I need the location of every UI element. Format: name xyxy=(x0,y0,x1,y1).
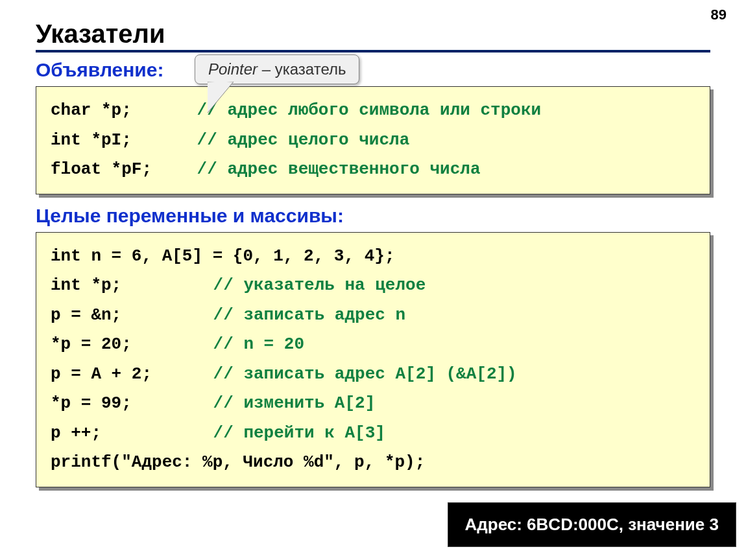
subtitle-declaration: Объявление: xyxy=(36,59,710,81)
code-text: p = A + 2; xyxy=(51,360,203,390)
code-line: p = A + 2; // записать адрес A[2] (&A[2]… xyxy=(51,360,695,390)
slide-content: Указатели Pointer – указатель Объявление… xyxy=(0,0,746,487)
code-comment: // изменить A[2] xyxy=(213,393,376,413)
code-line: float *pF; // адрес вещественного числа xyxy=(51,155,695,185)
code-block-declaration: char *p; // адрес любого символа или стр… xyxy=(36,86,710,194)
code-line: p ++; // перейти к A[3] xyxy=(51,419,695,449)
code-comment: // перейти к A[3] xyxy=(213,423,385,443)
callout-tooltip: Pointer – указатель xyxy=(195,54,359,84)
code-text: p ++; xyxy=(51,419,203,449)
code-line: p = &n; // записать адрес n xyxy=(51,301,695,331)
code-line: int *p; // указатель на целое xyxy=(51,271,695,301)
code-comment: // записать адрес A[2] (&A[2]) xyxy=(213,364,517,384)
code-block-arrays: int n = 6, A[5] = {0, 1, 2, 3, 4}; int *… xyxy=(36,232,710,487)
code-comment: // n = 20 xyxy=(213,334,304,354)
code-comment: // адрес целого числа xyxy=(197,130,410,150)
code-text: int *p; xyxy=(51,271,203,301)
code-line: *p = 99; // изменить A[2] xyxy=(51,389,695,419)
output-result-box: Адрес: 6BCD:000C, значение 3 xyxy=(448,502,737,547)
slide-title: Указатели xyxy=(36,19,710,52)
code-text: float *pF; xyxy=(51,155,187,185)
svg-marker-0 xyxy=(208,82,234,121)
callout-tail-icon xyxy=(208,82,247,127)
code-text: char *p; xyxy=(51,96,187,126)
code-comment: // записать адрес n xyxy=(213,305,405,325)
page-number: 89 xyxy=(711,6,727,23)
code-text: *p = 20; xyxy=(51,330,203,360)
code-comment: // адрес вещественного числа xyxy=(197,159,481,179)
code-comment: // адрес любого символа или строки xyxy=(197,100,542,120)
code-comment: // указатель на целое xyxy=(213,275,426,295)
code-line: printf("Адрес: %p, Число %d", p, *p); xyxy=(51,448,695,478)
code-text: int *pI; xyxy=(51,126,187,156)
subtitle-arrays: Целые переменные и массивы: xyxy=(36,205,710,227)
code-text: p = &n; xyxy=(51,301,203,331)
code-line: int *pI; // адрес целого числа xyxy=(51,126,695,156)
code-line: *p = 20; // n = 20 xyxy=(51,330,695,360)
callout-label: Pointer – указатель xyxy=(195,54,359,84)
code-line: char *p; // адрес любого символа или стр… xyxy=(51,96,695,126)
code-line: int n = 6, A[5] = {0, 1, 2, 3, 4}; xyxy=(51,242,695,272)
code-text: *p = 99; xyxy=(51,389,203,419)
